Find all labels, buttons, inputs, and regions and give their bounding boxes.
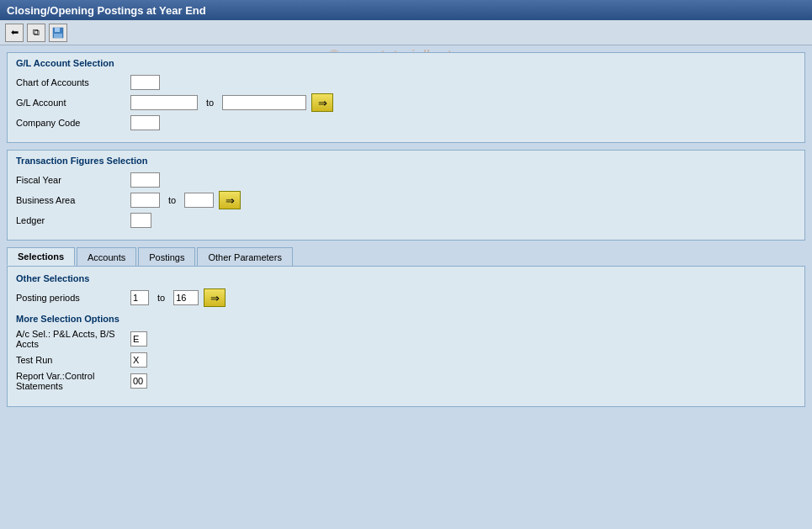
ac-sel-value: E: [130, 331, 147, 346]
gl-account-label: G/L Account: [16, 98, 125, 108]
posting-periods-label: Posting periods: [16, 293, 125, 303]
company-code-label: Company Code: [16, 118, 125, 128]
back-button[interactable]: ⬅: [5, 24, 24, 42]
posting-periods-to-input[interactable]: [173, 290, 199, 305]
test-run-value: X: [130, 352, 147, 368]
tabs-container: Selections Accounts Postings Other Param…: [7, 247, 805, 266]
main-content: G/L Account Selection Chart of Accounts …: [0, 45, 812, 421]
ac-sel-label: A/c Sel.: P&L Accts, B/S Accts: [16, 329, 125, 349]
posting-periods-to-label: to: [157, 293, 165, 303]
gl-account-to-label: to: [206, 98, 214, 108]
gl-account-row: G/L Account to ⇒: [16, 93, 796, 112]
test-run-label: Test Run: [16, 355, 125, 365]
window-title: Closing/Opening Postings at Year End: [7, 4, 206, 17]
save-button[interactable]: [49, 24, 67, 42]
transaction-section: Transaction Figures Selection Fiscal Yea…: [7, 150, 805, 241]
more-selection-options-title: More Selection Options: [16, 314, 796, 324]
gl-account-from-input[interactable]: [130, 95, 198, 110]
company-code-row: Company Code: [16, 115, 796, 130]
report-var-label: Report Var.:Control Statements: [16, 371, 125, 391]
gl-account-select-button[interactable]: ⇒: [311, 93, 333, 112]
other-selections-title: Other Selections: [16, 273, 796, 283]
business-area-select-button[interactable]: ⇒: [219, 191, 241, 209]
fiscal-year-input[interactable]: [130, 172, 160, 188]
tab-postings[interactable]: Postings: [138, 247, 195, 266]
fiscal-year-label: Fiscal Year: [16, 175, 125, 185]
svg-rect-1: [55, 28, 60, 32]
gl-account-title: G/L Account Selection: [16, 58, 796, 70]
svg-rect-2: [54, 34, 62, 38]
test-run-row: Test Run X: [16, 352, 796, 368]
tab-other-parameters-label: Other Parameters: [208, 252, 281, 262]
ledger-label: Ledger: [16, 215, 125, 225]
posting-periods-select-button[interactable]: ⇒: [204, 288, 226, 307]
chart-of-accounts-label: Chart of Accounts: [16, 77, 125, 87]
other-selections-subsection: Other Selections Posting periods to ⇒: [16, 273, 796, 307]
transaction-title: Transaction Figures Selection: [16, 156, 796, 167]
business-area-row: Business Area to ⇒: [16, 191, 796, 209]
tab-accounts[interactable]: Accounts: [77, 247, 136, 266]
tab-selections[interactable]: Selections: [7, 247, 75, 266]
tab-other-parameters[interactable]: Other Parameters: [197, 247, 292, 266]
posting-periods-from-input[interactable]: [130, 290, 149, 305]
gl-account-to-input[interactable]: [222, 95, 306, 110]
company-code-input[interactable]: [130, 115, 160, 130]
ledger-input[interactable]: [130, 213, 151, 228]
ac-sel-row: A/c Sel.: P&L Accts, B/S Accts E: [16, 329, 796, 349]
tab-selections-label: Selections: [18, 251, 64, 262]
tab-accounts-label: Accounts: [88, 252, 125, 262]
tab-content-selections: Other Selections Posting periods to ⇒ Mo…: [7, 266, 805, 407]
business-area-to-label: to: [168, 195, 176, 205]
posting-periods-row: Posting periods to ⇒: [16, 288, 796, 307]
report-var-row: Report Var.:Control Statements 00: [16, 371, 796, 391]
toolbar: ⬅ ⧉: [0, 20, 812, 45]
title-bar: Closing/Opening Postings at Year End: [0, 0, 812, 20]
gl-account-section: G/L Account Selection Chart of Accounts …: [7, 52, 805, 143]
tab-postings-label: Postings: [149, 252, 184, 262]
report-var-value: 00: [130, 373, 147, 389]
copy-button[interactable]: ⧉: [27, 24, 45, 42]
save-icon: [52, 27, 64, 39]
fiscal-year-row: Fiscal Year: [16, 172, 796, 188]
chart-of-accounts-row: Chart of Accounts: [16, 75, 796, 90]
business-area-from-input[interactable]: [130, 193, 160, 208]
ledger-row: Ledger: [16, 213, 796, 228]
chart-of-accounts-input[interactable]: [130, 75, 160, 90]
business-area-to-input[interactable]: [184, 193, 214, 208]
more-selection-options-subsection: More Selection Options A/c Sel.: P&L Acc…: [16, 314, 796, 391]
business-area-label: Business Area: [16, 195, 125, 205]
